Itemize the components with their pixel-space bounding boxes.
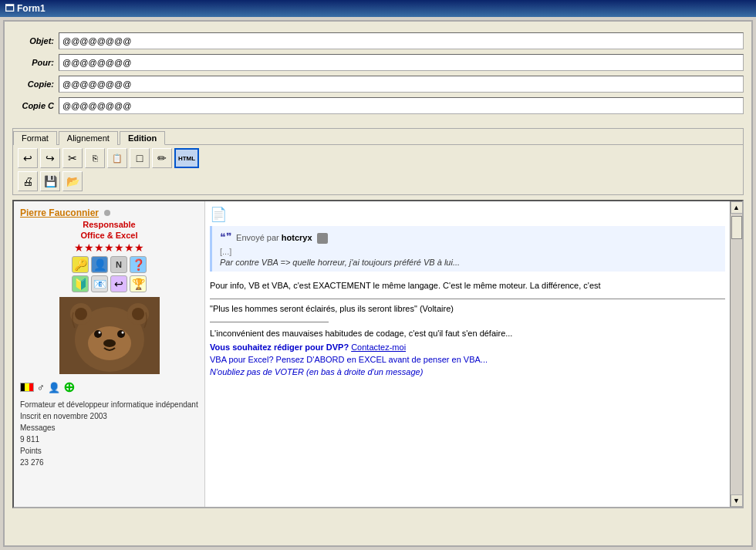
main-message-text: Pour info, VB et VBA, c'est EXACTEMENT l… <box>210 279 725 292</box>
scroll-track[interactable] <box>731 214 743 494</box>
svg-point-5 <box>132 308 144 320</box>
tab-alignement[interactable]: Alignement <box>59 131 118 145</box>
cut-button[interactable]: ✂ <box>62 148 83 168</box>
svg-point-8 <box>117 330 125 338</box>
oubliez-text: N'oubliez pas de VOTER (en bas à droite … <box>210 367 725 376</box>
svg-point-10 <box>121 332 123 334</box>
title-bar: 🗔 Form1 <box>0 0 756 17</box>
toolbar-row1: ↩ ↪ ✂ ⎘ 📋 □ ✏ HTML <box>13 145 743 171</box>
user-avatar <box>59 297 160 374</box>
flag-belgium <box>20 383 34 392</box>
user-stars: ★★★★★★★ <box>20 241 198 254</box>
user-icons-row1: 🔑 👤 N ❓ <box>20 256 198 273</box>
form-fields: Objet: Pour: Copie: Copie C <box>12 29 744 122</box>
undo-button[interactable]: ↩ <box>18 148 38 168</box>
message-area: 📄 ❝❞ Envoyé par hotcryx [...] Par contre… <box>205 201 730 507</box>
copiec-input[interactable] <box>59 97 744 114</box>
user-name[interactable]: Pierre Fauconnier <box>20 208 99 218</box>
user-joined: Inscrit en novembre 2003 <box>20 410 198 422</box>
user-messages-row: Messages <box>20 422 198 434</box>
contact-link[interactable]: Contactez-moi <box>351 342 406 352</box>
quote-ellipsis: [...] <box>220 247 717 256</box>
quote-author-avatar <box>317 233 328 244</box>
user-messages-count: 9 811 <box>20 434 198 445</box>
title-bar-text: Form1 <box>17 3 46 14</box>
quote-header: ❝❞ Envoyé par hotcryx <box>220 231 717 244</box>
online-indicator <box>104 210 110 216</box>
user-icon-6: 📧 <box>91 275 108 292</box>
user-icon-7: ↩ <box>110 275 127 292</box>
user-points-count: 23 276 <box>20 457 198 468</box>
quote-text: Par contre VBA => quelle horreur, j'ai t… <box>220 258 717 267</box>
field-row-objet: Objet: <box>12 32 744 49</box>
user-icon-3: N <box>110 256 127 273</box>
user-icon-1: 🔑 <box>72 256 89 273</box>
vba-text: VBA pour Excel? Pensez D'ABORD en EXCEL … <box>210 355 725 364</box>
print-button[interactable]: 🖨 <box>18 171 38 191</box>
habitudes-text: L'inconvénient des mauvaises habitudes d… <box>210 329 725 338</box>
quote-box: ❝❞ Envoyé par hotcryx [...] Par contre V… <box>210 226 725 272</box>
scrollbar-vertical: ▲ ▼ <box>730 201 742 507</box>
svg-point-4 <box>75 308 87 320</box>
user-description: Formateur et développeur informatique in… <box>20 399 198 410</box>
messages-label: Messages <box>20 423 56 432</box>
objet-label: Objet: <box>12 36 59 46</box>
scroll-thumb[interactable] <box>731 216 742 239</box>
svg-point-11 <box>103 339 116 347</box>
points-label: Points <box>20 447 42 455</box>
user-points-row: Points <box>20 445 198 457</box>
user-meta: Formateur et développeur informatique in… <box>20 399 198 468</box>
user-icon-2: 👤 <box>91 256 108 273</box>
paste-button[interactable]: 📋 <box>107 148 127 168</box>
content-pane: Pierre Fauconnier Responsable Office & E… <box>12 200 744 508</box>
objet-input[interactable] <box>59 32 744 49</box>
tab-bar: Format Alignement Edition <box>13 129 743 145</box>
svg-point-7 <box>94 330 102 338</box>
user-name-container: Pierre Fauconnier <box>20 208 198 218</box>
user-icons-row2: 🔰 📧 ↩ 🏆 <box>20 275 198 292</box>
user-title-line1: Responsable <box>20 220 198 229</box>
dvp-link[interactable]: Vous souhaitez rédiger pour DVP? <box>210 342 349 352</box>
field-row-pour: Pour: <box>12 54 744 71</box>
title-bar-icon: 🗔 <box>5 3 14 14</box>
toolbar-row2: 🖨 💾 📂 <box>13 171 743 194</box>
quote-icon: ❝❞ <box>220 231 232 243</box>
scroll-down-button[interactable]: ▼ <box>731 494 743 507</box>
quote-author: hotcryx <box>282 233 312 242</box>
field-row-copie: Copie: <box>12 76 744 93</box>
svg-point-9 <box>98 332 100 334</box>
gender-icon: ♂ <box>37 382 45 393</box>
user-flags: ♂ 👤 ⊕ <box>20 379 198 396</box>
user-icon-4: ❓ <box>130 256 147 273</box>
doc-icon: 📄 <box>210 206 725 223</box>
scroll-up-button[interactable]: ▲ <box>731 201 743 214</box>
copie-label: Copie: <box>12 79 59 89</box>
redo-button[interactable]: ↪ <box>40 148 60 168</box>
user-panel: Pierre Fauconnier Responsable Office & E… <box>14 201 205 507</box>
tab-edition[interactable]: Edition <box>120 131 165 145</box>
open-button[interactable]: 📂 <box>62 171 83 191</box>
frame-button[interactable]: □ <box>130 148 150 168</box>
field-row-copiec: Copie C <box>12 97 744 114</box>
main-window: Objet: Pour: Copie: Copie C Format Align… <box>3 20 753 547</box>
copy-button[interactable]: ⎘ <box>85 148 105 168</box>
voltaire-quote: "Plus les hommes seront éclairés, plus i… <box>210 304 725 313</box>
edit-button[interactable]: ✏ <box>152 148 172 168</box>
user-title-line2: Office & Excel <box>20 231 198 240</box>
dvp-line: Vous souhaitez rédiger pour DVP? Contact… <box>210 342 725 352</box>
user-icon-8: 🏆 <box>130 275 147 292</box>
copiec-label: Copie C <box>12 101 59 110</box>
pour-label: Pour: <box>12 58 59 67</box>
separator-line <box>210 299 725 299</box>
sent-by-label: Envoyé par <box>236 233 279 242</box>
copie-input[interactable] <box>59 76 744 93</box>
save-button[interactable]: 💾 <box>40 171 60 191</box>
tab-area: Format Alignement Edition ↩ ↪ ✂ ⎘ 📋 □ ✏ … <box>12 128 744 195</box>
account-icon: 👤 <box>48 382 60 393</box>
add-contact-button[interactable]: ⊕ <box>63 379 75 396</box>
tab-format[interactable]: Format <box>13 131 57 145</box>
user-icon-5: 🔰 <box>72 275 89 292</box>
pour-input[interactable] <box>59 54 744 71</box>
dash-separator: —————————————— <box>210 316 725 326</box>
html-button[interactable]: HTML <box>174 148 199 168</box>
